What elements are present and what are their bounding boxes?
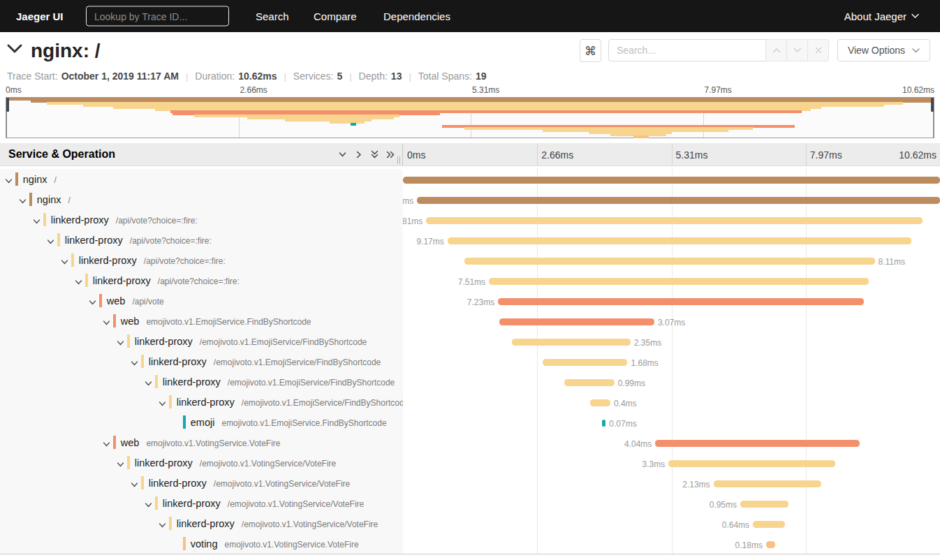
span-name-cell[interactable]: linkerd-proxy/api/vote?choice=:fire: xyxy=(0,209,403,230)
span-chevron-down-icon[interactable] xyxy=(89,297,96,309)
span-chevron-down-icon[interactable] xyxy=(5,175,13,188)
nav-item-search[interactable]: Search xyxy=(256,10,289,22)
span-bar[interactable] xyxy=(426,217,922,224)
span-row[interactable]: linkerd-proxy/emojivoto.v1.VotingService… xyxy=(0,452,940,473)
span-name-cell[interactable]: linkerd-proxy/emojivoto.v1.VotingService… xyxy=(0,493,403,513)
span-row[interactable]: emojiemojivoto.v1.EmojiService.FindBySho… xyxy=(0,412,940,432)
about-jaeger-menu[interactable]: About Jaeger xyxy=(844,10,919,22)
collapse-trace-chevron-down-icon[interactable] xyxy=(6,43,23,57)
span-timeline-cell[interactable]: 7.23ms xyxy=(403,290,940,311)
span-row[interactable]: webemojivoto.v1.EmojiService.FindByShort… xyxy=(0,311,940,331)
jaeger-logo[interactable]: Jaeger UI xyxy=(16,10,64,22)
keyboard-shortcuts-button[interactable]: ⌘ xyxy=(580,39,601,62)
span-row[interactable]: linkerd-proxy/emojivoto.v1.EmojiService/… xyxy=(0,331,940,351)
span-name-cell[interactable]: linkerd-proxy/emojivoto.v1.VotingService… xyxy=(0,473,403,493)
span-chevron-down-icon[interactable] xyxy=(159,398,166,411)
span-timeline-cell[interactable]: 7.51ms xyxy=(403,270,940,290)
span-bar[interactable] xyxy=(740,501,788,508)
search-next-button[interactable] xyxy=(786,39,808,61)
span-bar[interactable] xyxy=(766,541,775,548)
span-bar[interactable] xyxy=(753,521,785,528)
right-scrubber-handle[interactable] xyxy=(931,98,934,112)
span-name-cell[interactable]: emojiemojivoto.v1.EmojiService.FindBySho… xyxy=(0,412,403,432)
span-bar[interactable] xyxy=(499,318,654,325)
span-timeline-cell[interactable]: 3.3ms xyxy=(403,452,940,473)
trace-search-input[interactable] xyxy=(608,39,766,61)
nav-item-dependencies[interactable]: Dependencies xyxy=(383,10,450,22)
span-name-cell[interactable]: votingemojivoto.v1.VotingService.VoteFir… xyxy=(0,533,403,554)
span-row[interactable]: nginx/10.34ms xyxy=(0,189,940,209)
span-name-cell[interactable]: linkerd-proxy/emojivoto.v1.EmojiService/… xyxy=(0,371,403,392)
span-chevron-down-icon[interactable] xyxy=(103,317,110,330)
span-row[interactable]: linkerd-proxy/emojivoto.v1.VotingService… xyxy=(0,473,940,493)
span-row[interactable]: linkerd-proxy/api/vote?choice=:fire:9.81… xyxy=(0,209,940,230)
span-chevron-down-icon[interactable] xyxy=(131,479,138,492)
span-bar[interactable] xyxy=(512,339,631,346)
span-chevron-down-icon[interactable] xyxy=(131,358,138,370)
span-chevron-down-icon[interactable] xyxy=(47,236,54,249)
left-scrubber-handle[interactable] xyxy=(6,98,9,112)
search-prev-button[interactable] xyxy=(765,39,787,61)
span-name-cell[interactable]: linkerd-proxy/api/vote?choice=:fire: xyxy=(0,270,403,290)
view-options-button[interactable]: View Options xyxy=(837,39,930,61)
span-chevron-down-icon[interactable] xyxy=(145,499,152,512)
span-bar[interactable] xyxy=(564,379,615,386)
span-timeline-cell[interactable]: 0.18ms xyxy=(403,533,940,554)
span-chevron-down-icon[interactable] xyxy=(117,337,124,350)
span-bar[interactable] xyxy=(464,258,874,265)
span-bar[interactable] xyxy=(590,399,610,406)
span-chevron-down-icon[interactable] xyxy=(33,216,41,228)
span-row[interactable]: linkerd-proxy/api/vote?choice=:fire:7.51… xyxy=(0,270,940,290)
span-timeline-cell[interactable]: 10.62ms xyxy=(403,169,940,189)
span-chevron-down-icon[interactable] xyxy=(19,196,27,208)
span-name-cell[interactable]: webemojivoto.v1.EmojiService.FindByShort… xyxy=(0,311,403,331)
span-bar[interactable] xyxy=(602,420,605,427)
span-name-cell[interactable]: linkerd-proxy/emojivoto.v1.VotingService… xyxy=(0,513,403,533)
span-chevron-down-icon[interactable] xyxy=(75,277,82,289)
span-timeline-cell[interactable]: 0.4ms xyxy=(403,392,940,412)
span-name-cell[interactable]: linkerd-proxy/api/vote?choice=:fire: xyxy=(0,250,403,270)
span-timeline-cell[interactable]: 4.04ms xyxy=(403,432,940,452)
span-chevron-down-icon[interactable] xyxy=(117,459,124,471)
span-chevron-down-icon[interactable] xyxy=(61,256,68,269)
span-name-cell[interactable]: web/api/vote xyxy=(0,290,403,311)
span-timeline-cell[interactable]: 9.81ms xyxy=(403,209,940,230)
span-timeline-cell[interactable]: 8.11ms xyxy=(403,250,940,270)
span-bar[interactable] xyxy=(403,177,940,184)
span-name-cell[interactable]: linkerd-proxy/api/vote?choice=:fire: xyxy=(0,230,403,250)
span-bar[interactable] xyxy=(489,278,869,285)
search-clear-button[interactable] xyxy=(807,39,829,61)
trace-id-lookup-input[interactable] xyxy=(86,6,229,27)
span-row[interactable]: linkerd-proxy/emojivoto.v1.VotingService… xyxy=(0,513,940,533)
span-bar[interactable] xyxy=(655,440,860,447)
span-bar[interactable] xyxy=(498,298,864,305)
span-timeline-cell[interactable]: 1.68ms xyxy=(403,351,940,371)
column-resizer-grip[interactable] xyxy=(397,156,400,164)
span-timeline-cell[interactable]: 2.35ms xyxy=(403,331,940,351)
span-bar[interactable] xyxy=(668,460,835,467)
span-timeline-cell[interactable]: 3.07ms xyxy=(403,311,940,331)
span-name-cell[interactable]: nginx/ xyxy=(0,189,403,209)
span-row[interactable]: votingemojivoto.v1.VotingService.VoteFir… xyxy=(0,533,940,554)
span-timeline-cell[interactable]: 2.13ms xyxy=(403,473,940,493)
span-row[interactable]: linkerd-proxy/emojivoto.v1.VotingService… xyxy=(0,493,940,513)
expand-all-double-chevron-down-icon[interactable] xyxy=(369,149,380,160)
span-row[interactable]: linkerd-proxy/emojivoto.v1.EmojiService/… xyxy=(0,392,940,412)
span-row[interactable]: webemojivoto.v1.VotingService.VoteFire4.… xyxy=(0,432,940,452)
span-bar[interactable] xyxy=(714,480,821,487)
span-row[interactable]: linkerd-proxy/emojivoto.v1.EmojiService/… xyxy=(0,351,940,371)
collapse-all-double-chevron-right-icon[interactable] xyxy=(385,149,396,160)
span-name-cell[interactable]: linkerd-proxy/emojivoto.v1.EmojiService/… xyxy=(0,392,403,412)
span-chevron-down-icon[interactable] xyxy=(159,520,166,532)
span-row[interactable]: linkerd-proxy/emojivoto.v1.EmojiService/… xyxy=(0,371,940,392)
span-timeline-cell[interactable]: 0.95ms xyxy=(403,493,940,513)
span-timeline-cell[interactable]: 0.07ms xyxy=(403,412,940,432)
nav-item-compare[interactable]: Compare xyxy=(314,10,357,22)
span-bar[interactable] xyxy=(417,197,940,204)
collapse-one-level-chevron-right-icon[interactable] xyxy=(353,149,364,160)
span-timeline-cell[interactable]: 0.64ms xyxy=(403,513,940,533)
span-name-cell[interactable]: linkerd-proxy/emojivoto.v1.EmojiService/… xyxy=(0,351,403,371)
span-row[interactable]: nginx/10.62ms xyxy=(0,169,940,189)
span-name-cell[interactable]: linkerd-proxy/emojivoto.v1.VotingService… xyxy=(0,452,403,473)
span-row[interactable]: linkerd-proxy/api/vote?choice=:fire:8.11… xyxy=(0,250,940,270)
